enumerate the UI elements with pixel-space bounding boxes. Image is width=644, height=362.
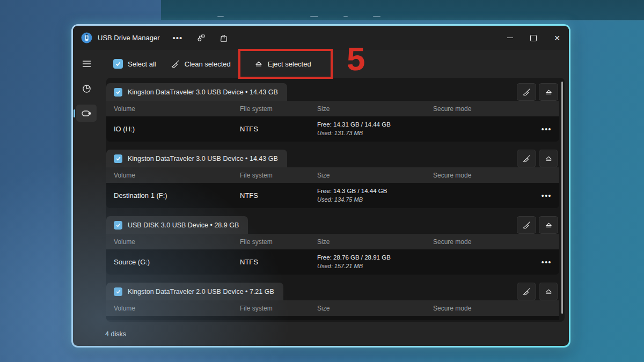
column-size: Size [317, 105, 433, 113]
eject-icon [545, 88, 553, 96]
disk-actions [517, 83, 558, 101]
disk-name-label: Kingston DataTraveler 2.0 USB Device • 7… [128, 288, 274, 295]
disk-checkbox[interactable] [114, 154, 122, 163]
statusbar: 4 disks [100, 322, 569, 346]
select-all-toggle[interactable]: Select all [113, 59, 156, 69]
background-dash [373, 16, 380, 17]
clean-disk-button[interactable] [517, 216, 536, 234]
volume-size-cell: Free: 14.3 GB / 14.44 GB Used: 134.75 MB [317, 187, 433, 203]
eject-icon [254, 60, 263, 68]
column-volume: Volume [114, 105, 240, 113]
more-options-button[interactable]: ••• [541, 258, 552, 267]
disk-card: Kingston DataTraveler 3.0 USB Device • 1… [106, 83, 559, 142]
check-icon [115, 61, 121, 67]
background-dash [343, 16, 348, 17]
volume-name: IO (H:) [114, 125, 240, 133]
clean-selected-label: Clean selected [185, 60, 231, 68]
app-window: USB Drive Manager ••• [71, 24, 570, 348]
eject-disk-button[interactable] [539, 283, 558, 300]
column-file-system: File system [240, 238, 317, 246]
minimize-button[interactable] [498, 26, 522, 50]
volume-used-space: Used: 157.21 MB [317, 262, 433, 270]
volume-row-clipped [106, 316, 559, 320]
background-dash [310, 16, 318, 17]
more-options-button[interactable]: ••• [541, 191, 552, 200]
store-bag-icon[interactable] [219, 33, 228, 42]
volume-free-space: Free: 14.31 GB / 14.44 GB [317, 121, 433, 129]
disk-header-tab[interactable]: Kingston DataTraveler 2.0 USB Device • 7… [106, 283, 283, 300]
desktop: USB Drive Manager ••• [0, 0, 644, 362]
more-options-button[interactable]: ••• [541, 125, 552, 134]
window-title: USB Drive Manager [98, 34, 160, 42]
eject-disk-button[interactable] [539, 150, 558, 167]
background-window-strip [161, 0, 644, 20]
volume-name: Destination 1 (F:) [114, 191, 240, 200]
close-button[interactable]: ✕ [545, 26, 569, 50]
clean-disk-button[interactable] [517, 83, 536, 101]
eject-selected-button[interactable]: Eject selected [254, 60, 311, 68]
check-icon [115, 89, 121, 95]
hamburger-menu-icon[interactable] [76, 55, 97, 72]
clean-selected-button[interactable]: Clean selected [171, 60, 231, 68]
check-icon [115, 289, 121, 294]
disk-checkbox[interactable] [114, 88, 122, 97]
volume-size-cell: Free: 14.31 GB / 14.44 GB Used: 131.73 M… [317, 121, 433, 137]
eject-selected-label: Eject selected [268, 60, 311, 68]
column-size: Size [317, 238, 433, 246]
select-all-label: Select all [128, 60, 156, 68]
volume-more-cell: ••• [433, 125, 559, 134]
maximize-button[interactable] [522, 26, 545, 50]
disk-count-label: 4 disks [105, 330, 126, 338]
select-all-checkbox[interactable] [113, 59, 123, 69]
disk-header-tab[interactable]: Kingston DataTraveler 3.0 USB Device • 1… [106, 83, 287, 101]
volume-free-space: Free: 28.76 GB / 28.91 GB [317, 254, 433, 262]
disk-checkbox[interactable] [114, 287, 122, 296]
overflow-menu-icon[interactable]: ••• [173, 33, 183, 42]
volume-file-system: NTFS [240, 125, 317, 133]
window-controls: ✕ [498, 26, 569, 50]
disk-header-tab[interactable]: Kingston DataTraveler 3.0 USB Device • 1… [106, 150, 287, 167]
scrollbar-thumb[interactable] [561, 82, 563, 314]
broom-icon [523, 88, 531, 96]
switch-device-icon[interactable] [196, 33, 206, 42]
volume-row: Source (G:) NTFS Free: 28.76 GB / 28.91 … [106, 249, 559, 275]
disk-card: Kingston DataTraveler 3.0 USB Device • 1… [106, 150, 559, 208]
sidebar-item-drives[interactable] [76, 105, 97, 122]
volume-more-cell: ••• [433, 191, 559, 200]
disk-actions [517, 216, 558, 234]
app-logo-usb-icon [81, 32, 92, 43]
eject-disk-button[interactable] [539, 216, 558, 234]
column-volume: Volume [114, 305, 240, 312]
disk-list-viewport: Kingston DataTraveler 3.0 USB Device • 1… [106, 78, 565, 322]
volume-table-header: Volume File system Size Secure mode [106, 101, 559, 116]
column-volume: Volume [114, 172, 240, 179]
eject-disk-button[interactable] [539, 83, 558, 101]
volume-table-header: Volume File system Size Secure mode [106, 167, 559, 183]
disk-checkbox[interactable] [114, 221, 122, 230]
broom-icon [523, 287, 531, 295]
volume-row: Destination 1 (F:) NTFS Free: 14.3 GB / … [106, 183, 559, 208]
column-file-system: File system [240, 172, 317, 179]
disk-header-tab[interactable]: USB DISK 3.0 USB Device • 28.9 GB [106, 216, 248, 234]
eject-icon [545, 221, 553, 229]
check-icon [115, 222, 121, 228]
disk-name-label: Kingston DataTraveler 3.0 USB Device • 1… [128, 88, 278, 96]
eject-icon [545, 154, 553, 162]
column-file-system: File system [240, 305, 317, 312]
clean-disk-button[interactable] [517, 283, 536, 300]
disk-actions [517, 150, 558, 167]
check-icon [115, 156, 121, 161]
background-dash [217, 16, 224, 17]
disk-actions [517, 283, 558, 300]
clean-disk-button[interactable] [517, 150, 536, 167]
column-size: Size [317, 172, 433, 179]
selection-indicator [74, 109, 75, 117]
volume-row: IO (H:) NTFS Free: 14.31 GB / 14.44 GB U… [106, 116, 559, 142]
volume-more-cell: ••• [433, 258, 559, 267]
usb-drive-icon [82, 110, 92, 116]
column-secure-mode: Secure mode [433, 305, 559, 312]
sidebar-item-usage-pie-icon[interactable] [76, 80, 97, 97]
sidebar [73, 50, 100, 346]
disk-list: Kingston DataTraveler 3.0 USB Device • 1… [106, 83, 565, 320]
column-size: Size [317, 305, 433, 312]
